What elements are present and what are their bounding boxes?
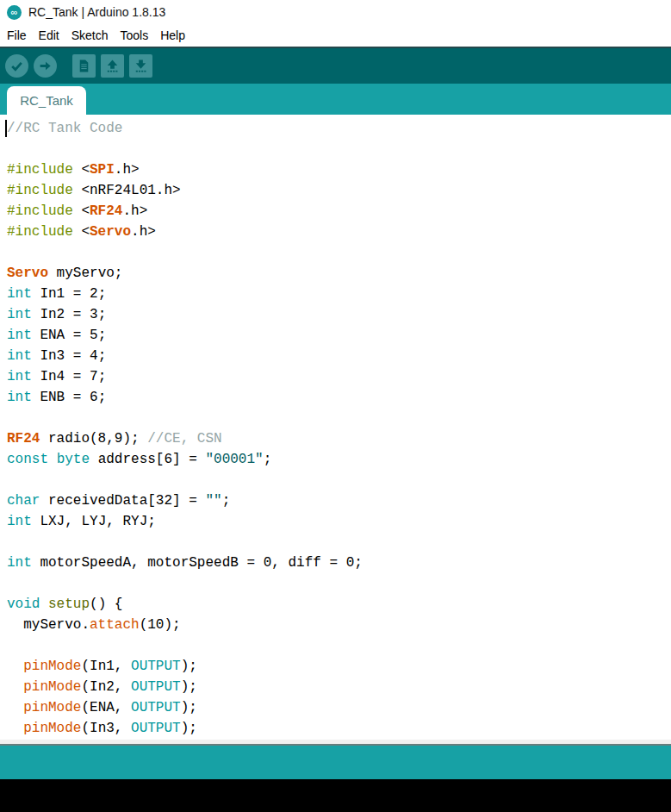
text-caret: [5, 120, 7, 137]
code-line[interactable]: pinMode(In2, OUTPUT);: [7, 677, 671, 697]
code-line[interactable]: [7, 139, 671, 159]
code-token: (10);: [140, 617, 181, 633]
code-token: ENB = 6;: [32, 390, 106, 405]
open-button[interactable]: [101, 54, 124, 78]
code-token: SPI: [90, 162, 115, 178]
code-token: int: [7, 307, 32, 322]
code-line[interactable]: int LXJ, LYJ, RYJ;: [7, 511, 671, 532]
tab-rc-tank[interactable]: RC_Tank: [7, 86, 86, 115]
code-line[interactable]: [7, 242, 671, 263]
code-token: (In1,: [81, 659, 131, 674]
code-line[interactable]: Servo myServo;: [7, 263, 671, 284]
code-token: .h>: [115, 162, 140, 178]
code-token: RF24: [7, 431, 40, 447]
code-token: <: [73, 203, 90, 219]
code-line[interactable]: char receivedData[32] = "";: [7, 490, 671, 511]
code-line[interactable]: int motorSpeedA, motorSpeedB = 0, diff =…: [7, 553, 671, 573]
code-token: .h>: [122, 203, 147, 219]
code-token: [48, 452, 57, 467]
code-line[interactable]: pinMode(ENA, OUTPUT);: [7, 697, 671, 718]
code-token: myServo.: [7, 617, 90, 633]
code-token: Servo: [90, 224, 131, 240]
code-token: (In3,: [81, 721, 131, 736]
code-line[interactable]: #include <RF24.h>: [7, 201, 671, 222]
code-token: [40, 597, 48, 612]
code-line[interactable]: //RC Tank Code: [7, 118, 671, 139]
code-token: int: [7, 555, 32, 571]
code-line[interactable]: myServo.attach(10);: [7, 615, 671, 635]
code-line[interactable]: int ENA = 5;: [7, 325, 671, 346]
code-line[interactable]: [7, 635, 671, 656]
tab-bar: RC_Tank: [0, 84, 671, 115]
code-token: pinMode: [23, 700, 81, 715]
menu-item-tools[interactable]: Tools: [115, 26, 155, 45]
code-token: byte: [57, 452, 90, 467]
status-bar: [0, 746, 671, 779]
code-token: [7, 679, 23, 695]
menu-item-sketch[interactable]: Sketch: [65, 26, 115, 45]
code-line[interactable]: int In3 = 4;: [7, 346, 671, 366]
code-token: LXJ, LYJ, RYJ;: [32, 514, 156, 529]
code-token: () {: [90, 597, 122, 612]
code-token: const: [7, 452, 48, 467]
save-button[interactable]: [129, 54, 152, 78]
code-token: pinMode: [23, 659, 81, 674]
code-line[interactable]: [7, 573, 671, 594]
code-token: .h>: [131, 224, 156, 240]
code-token: ;: [264, 452, 272, 467]
code-line[interactable]: const byte address[6] = "00001";: [7, 449, 671, 470]
menu-item-edit[interactable]: Edit: [33, 26, 65, 45]
check-icon: [9, 59, 24, 73]
code-token: Servo: [7, 265, 48, 281]
upload-button[interactable]: [34, 54, 57, 78]
code-token: "": [205, 493, 221, 509]
code-line[interactable]: [7, 470, 671, 490]
code-line[interactable]: #include <nRF24L01.h>: [7, 180, 671, 201]
code-line[interactable]: int In2 = 3;: [7, 304, 671, 325]
code-token: (In2,: [81, 679, 131, 695]
code-token: char: [7, 493, 40, 509]
code-token: #include: [7, 203, 73, 219]
title-bar: ∞ RC_Tank | Arduino 1.8.13: [0, 0, 671, 24]
code-token: OUTPUT: [131, 721, 181, 736]
arduino-ide-window: ∞ RC_Tank | Arduino 1.8.13 FileEditSketc…: [0, 0, 671, 812]
code-token: RF24: [90, 203, 122, 219]
code-token: motorSpeedA, motorSpeedB = 0, diff = 0;: [32, 555, 363, 571]
menu-item-help[interactable]: Help: [154, 26, 191, 45]
code-token: int: [7, 286, 32, 302]
console-output[interactable]: [0, 779, 671, 812]
code-token: In3 = 4;: [32, 348, 106, 364]
code-token: <: [73, 162, 90, 178]
code-token: int: [7, 328, 32, 343]
code-line[interactable]: int ENB = 6;: [7, 387, 671, 408]
code-token: int: [7, 348, 32, 364]
menu-item-file[interactable]: File: [1, 26, 33, 45]
code-line[interactable]: pinMode(In1, OUTPUT);: [7, 656, 671, 677]
code-line[interactable]: RF24 radio(8,9); //CE, CSN: [7, 428, 671, 449]
code-token: );: [181, 721, 197, 736]
menu-bar: FileEditSketchToolsHelp: [0, 24, 671, 47]
code-token: OUTPUT: [131, 700, 181, 715]
code-line[interactable]: #include <Servo.h>: [7, 222, 671, 242]
code-line[interactable]: [7, 532, 671, 553]
code-line[interactable]: [7, 408, 671, 428]
code-line[interactable]: int In4 = 7;: [7, 366, 671, 387]
code-token: #include: [7, 162, 73, 178]
code-token: [7, 700, 23, 715]
code-token: );: [181, 700, 197, 715]
code-line[interactable]: void setup() {: [7, 594, 671, 615]
code-token: #include: [7, 224, 73, 240]
code-line[interactable]: pinMode(In3, OUTPUT);: [7, 718, 671, 739]
code-line[interactable]: #include <SPI.h>: [7, 159, 671, 180]
code-token: [7, 721, 23, 736]
code-line[interactable]: int In1 = 2;: [7, 284, 671, 304]
verify-button[interactable]: [5, 54, 28, 78]
new-button[interactable]: [72, 54, 96, 78]
code-token: //CE, CSN: [147, 431, 221, 447]
code-editor[interactable]: //RC Tank Code #include <SPI.h>#include …: [0, 115, 671, 740]
code-token: <nRF24L01.h>: [73, 183, 181, 198]
code-token: int: [7, 514, 32, 529]
arrow-right-icon: [38, 59, 53, 73]
code-token: radio(8,9);: [40, 431, 147, 447]
code-token: setup: [48, 597, 90, 612]
